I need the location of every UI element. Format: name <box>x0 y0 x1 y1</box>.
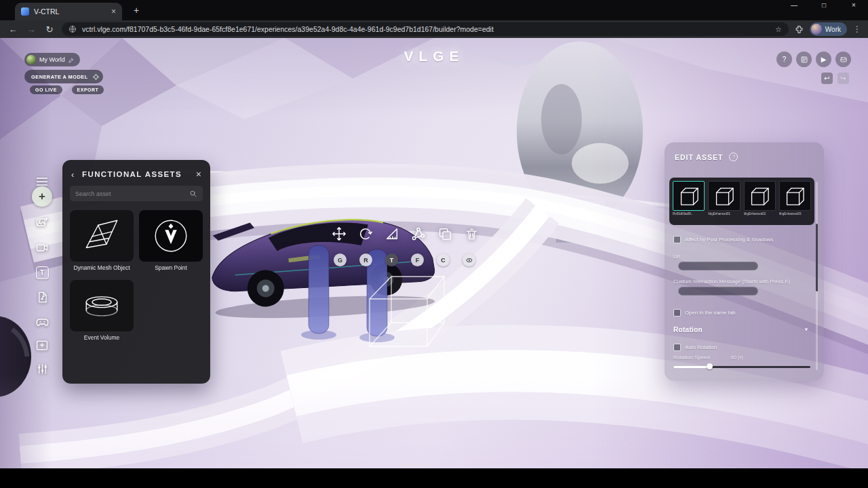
profile-avatar <box>811 24 822 35</box>
duplicate-button[interactable] <box>437 226 452 241</box>
edit-asset-panel: EDIT ASSET ? Rv83db5ad9f... ItbgEnhanced… <box>665 142 824 381</box>
cube-icon <box>677 184 701 208</box>
slider-knob[interactable] <box>707 363 713 369</box>
panel-close-icon[interactable]: × <box>196 169 201 180</box>
add-media-doc-button[interactable] <box>27 287 57 306</box>
asset-search-box[interactable] <box>70 186 203 201</box>
back-icon[interactable]: ← <box>7 24 19 35</box>
tab-close-icon[interactable]: × <box>111 7 116 16</box>
video-camera-icon <box>35 241 49 254</box>
browser-menu-icon[interactable]: ⋮ <box>853 24 861 34</box>
browser-tab[interactable]: V-CTRL × <box>15 3 122 20</box>
feed-icon <box>800 56 808 64</box>
hotkey-f-button[interactable]: F <box>411 253 424 266</box>
go-live-button[interactable]: GO LIVE <box>30 85 62 94</box>
viewport-3d[interactable]: My World GENERATE A MODEL GO LIVE EXPORT… <box>0 38 868 468</box>
screen: V-CTRL × + — □ × ← → ↻ vctrl.vlge.com/f8… <box>0 0 868 488</box>
forward-icon[interactable]: → <box>25 24 37 35</box>
text-tool-icon: T <box>36 266 49 279</box>
joint-icon <box>411 226 426 241</box>
generate-model-button[interactable]: GENERATE A MODEL <box>24 70 103 83</box>
extensions-icon[interactable] <box>795 25 804 34</box>
settings-sliders-button[interactable] <box>27 359 57 378</box>
profile-name: Work <box>825 26 841 33</box>
hotkey-t-button[interactable]: T <box>385 253 398 266</box>
vlge-logo: VLGE <box>0 48 868 64</box>
material-thumb[interactable]: ItbgEnhanced01 <box>708 181 740 222</box>
gizmo-hotkeys: G R T F C <box>334 253 475 266</box>
undo-button[interactable]: ↩ <box>821 73 833 84</box>
refresh-icon[interactable]: ↻ <box>43 24 56 35</box>
room-button[interactable] <box>835 52 851 67</box>
help-button[interactable]: ? <box>776 52 792 67</box>
redo-button[interactable]: ↪ <box>837 73 849 84</box>
material-thumb[interactable]: ItbgEnhanced03 <box>779 181 811 222</box>
url-input[interactable] <box>678 262 758 270</box>
checkbox-post-processing[interactable] <box>673 236 681 243</box>
bookmark-star-icon[interactable]: ☆ <box>775 25 782 34</box>
checkbox-open-same-tab[interactable] <box>673 309 681 317</box>
hotkey-c-button[interactable]: C <box>437 253 450 266</box>
dynamic-mesh-icon <box>78 212 125 260</box>
url-text: vctrl.vlge.com/f81707d5-b3c5-46fd-9dae-6… <box>82 25 770 33</box>
window-maximize-button[interactable]: □ <box>819 1 829 9</box>
generate-model-icon <box>91 71 102 82</box>
rotation-speed-slider[interactable] <box>673 363 810 370</box>
hotkey-g-button[interactable]: G <box>334 253 347 266</box>
address-bar[interactable]: vctrl.vlge.com/f81707d5-b3c5-46fd-9dae-6… <box>62 22 789 36</box>
screen-add-icon <box>35 339 49 352</box>
rotate-tool-button[interactable] <box>358 226 373 241</box>
hotkey-r-button[interactable]: R <box>359 253 372 266</box>
sliders-icon <box>36 363 49 375</box>
asset-tile-dynamic-mesh[interactable]: Dynamic Mesh Object <box>70 210 134 271</box>
add-screen-button[interactable] <box>27 336 57 355</box>
play-button[interactable]: ▶ <box>816 52 831 67</box>
panel-scrollbar-thumb[interactable] <box>816 224 818 291</box>
new-tab-button[interactable]: + <box>130 5 142 16</box>
profile-chip[interactable]: Work <box>810 22 847 36</box>
asset-tile-event-volume[interactable]: Event Volume <box>70 280 134 341</box>
trash-icon <box>465 227 479 241</box>
material-thumb[interactable]: ItbgEnhanced02 <box>744 181 776 222</box>
material-strip: Rv83db5ad9f... ItbgEnhanced01 ItbgEnhanc… <box>669 178 814 225</box>
copy-icon <box>438 227 452 241</box>
add-text-button[interactable]: T <box>27 263 57 282</box>
ruler-icon <box>384 226 399 241</box>
slider-fill <box>673 366 709 368</box>
rotation-section-title: Rotation <box>673 326 703 333</box>
browser-tab-strip: V-CTRL × + — □ × <box>0 0 868 20</box>
game-controller-icon <box>35 314 50 329</box>
move-tool-button[interactable] <box>332 226 347 241</box>
rotate-icon <box>358 226 373 241</box>
game-interactions-button[interactable] <box>27 312 57 331</box>
asset-search-input[interactable] <box>75 190 185 197</box>
scale-tool-button[interactable] <box>384 226 399 241</box>
url-label: Url <box>673 253 680 260</box>
rotation-collapse-icon[interactable]: ▼ <box>804 327 809 333</box>
site-info-icon[interactable] <box>68 25 77 33</box>
joint-tool-button[interactable] <box>411 226 426 241</box>
panel-back-icon[interactable]: ‹ <box>71 169 78 180</box>
add-video-button[interactable] <box>27 238 57 257</box>
image-add-icon <box>35 216 49 229</box>
browser-toolbar: ← → ↻ vctrl.vlge.com/f81707d5-b3c5-46fd-… <box>0 20 868 38</box>
window-minimize-button[interactable]: — <box>789 1 799 9</box>
edit-asset-title: EDIT ASSET <box>675 153 723 161</box>
add-asset-button[interactable]: + <box>27 187 57 206</box>
material-thumb[interactable]: Rv83db5ad9f... <box>673 181 705 222</box>
eye-icon <box>465 256 473 264</box>
export-button[interactable]: EXPORT <box>72 85 104 94</box>
gizmo-toolbar <box>332 226 479 241</box>
visibility-button[interactable] <box>462 253 475 266</box>
delete-button[interactable] <box>464 226 479 241</box>
window-close-button[interactable]: × <box>849 1 859 9</box>
tab-title: V-CTRL <box>34 7 106 16</box>
custom-message-input[interactable] <box>678 287 758 296</box>
rotation-speed-value: 60 (s) <box>731 355 743 360</box>
asset-tile-spawn-point[interactable]: Spawn Point <box>139 210 203 271</box>
feed-button[interactable] <box>796 52 812 67</box>
checkbox-auto-rotation[interactable] <box>673 344 681 351</box>
help-icon[interactable]: ? <box>729 152 738 161</box>
functional-assets-panel: ‹ FUNCTIONAL ASSETS × Dynamic Mesh Objec… <box>62 160 210 384</box>
add-image-button[interactable] <box>27 213 57 232</box>
